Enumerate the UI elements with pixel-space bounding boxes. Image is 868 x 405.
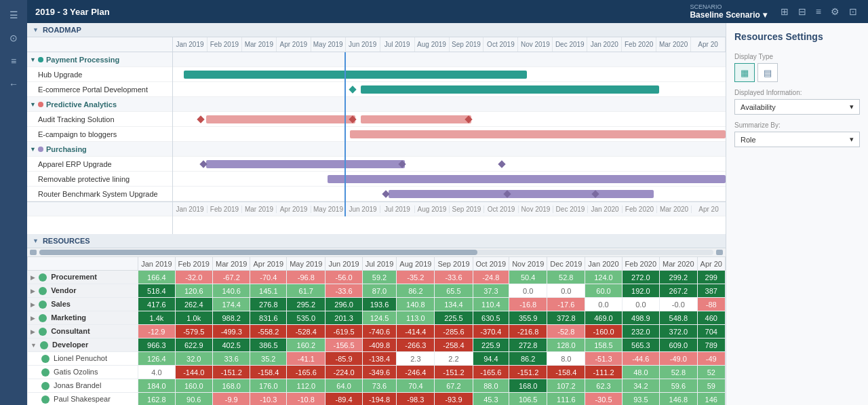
gantt-row-predictive-group [173, 97, 726, 112]
cell-consultant-0: -12.9 [138, 325, 175, 339]
cell-gatis-9: -165.6 [473, 366, 509, 379]
gantt-chart: Jan 2019 Feb 2019 Mar 2019 Apr 2019 May … [173, 37, 726, 234]
cell-consultant-9: -370.4 [473, 325, 509, 339]
cell-jonas-2: 168.0 [212, 379, 250, 393]
row-label-developer[interactable]: ▼ Developer [28, 339, 138, 352]
row-label-procurement[interactable]: ▶ Procurement [28, 271, 138, 284]
col-feb19: Feb 2019 [175, 257, 212, 271]
row-label-consultant[interactable]: ▶ Consultant [28, 325, 138, 339]
topbar-list-icon[interactable]: ≡ [813, 5, 824, 18]
topbar-window-icon[interactable]: ⊡ [846, 5, 860, 18]
cell-sales-0: 417.6 [138, 298, 175, 311]
cell-procurement-10: 50.4 [509, 271, 547, 284]
row-label-jonas: Jonas Brandel [28, 379, 138, 393]
cell-paul-0: 162.8 [138, 393, 175, 406]
cell-lionel-4: -41.1 [287, 352, 326, 366]
cell-paul-14: 146.8 [660, 393, 697, 406]
cell-lionel-1: 32.0 [175, 352, 212, 366]
topbar-grid-icon[interactable]: ⊞ [778, 5, 791, 18]
cell-lionel-2: 33.6 [212, 352, 250, 366]
cell-marketing-9: 630.5 [473, 311, 509, 325]
col-dec19: Dec 2019 [547, 257, 585, 271]
sidebar-view-icon[interactable]: ⊙ [4, 28, 23, 47]
resources-table-wrapper[interactable]: Jan 2019 Feb 2019 Mar 2019 Apr 2019 May … [27, 256, 726, 405]
gantt-label-payment[interactable]: ▼ Payment Processing [27, 52, 172, 67]
cell-vendor-13: 192.0 [622, 284, 659, 298]
cell-lionel-0: 126.4 [138, 352, 175, 366]
cell-gatis-10: -151.2 [509, 366, 547, 379]
cell-jonas-8: 67.2 [435, 379, 473, 393]
col-jul19: Jul 2019 [362, 257, 397, 271]
summarize-value[interactable]: Role ▾ [734, 132, 860, 147]
cell-vendor-14: 267.2 [660, 284, 697, 298]
cell-developer-3: 386.5 [250, 339, 287, 352]
row-label-paul: Paul Shakespear [28, 393, 138, 406]
roadmap-section-header[interactable]: ▼ ROADMAP [27, 23, 726, 37]
cell-gatis-1: -144.0 [175, 366, 212, 379]
sidebar-list-icon[interactable]: ≡ [4, 52, 23, 71]
scroll-left-btn[interactable] [30, 250, 37, 255]
cell-consultant-8: -285.6 [435, 325, 473, 339]
scroll-track[interactable] [39, 250, 713, 255]
cell-vendor-12: 60.0 [585, 284, 622, 298]
table-row: Paul Shakespear 162.890.6-9.9-10.3-10.8-… [28, 393, 726, 406]
cell-jonas-6: 73.6 [362, 379, 397, 393]
col-mar20: Mar 2020 [660, 257, 697, 271]
chart-panel: ▼ ROADMAP ▼ Payment Processing Hub Upgra… [27, 23, 726, 405]
gantt-row-router [173, 187, 726, 201]
cell-sales-5: 296.0 [326, 298, 362, 311]
sidebar-menu-icon[interactable]: ☰ [4, 5, 23, 24]
gantt-label-router: Router Benchmark System Upgrade [27, 187, 172, 201]
main-area: 2019 - 3 Year Plan SCENARIO Baseline Sce… [27, 0, 868, 405]
scroll-right-btn[interactable] [716, 250, 723, 255]
cell-lionel-14: -49.0 [660, 352, 697, 366]
cell-vendor-4: 61.7 [287, 284, 326, 298]
gantt-label-predictive[interactable]: ▼ Predictive Analytics [27, 97, 172, 112]
cell-procurement-15: 299 [697, 271, 725, 284]
resources-table-header: Jan 2019 Feb 2019 Mar 2019 Apr 2019 May … [28, 257, 726, 271]
scenario-value: Baseline Scenario ▾ [690, 10, 766, 20]
display-type-options: ▦ ▤ [734, 63, 860, 82]
resources-section-header[interactable]: ▼ RESOURCES [27, 234, 726, 248]
cell-consultant-10: -216.8 [509, 325, 547, 339]
cell-developer-11: 128.0 [547, 339, 585, 352]
display-chart-btn[interactable]: ▤ [757, 63, 778, 82]
cell-paul-1: 90.6 [175, 393, 212, 406]
cell-gatis-13: 48.0 [622, 366, 659, 379]
cell-developer-6: -409.8 [362, 339, 397, 352]
resources-collapse-icon[interactable]: ▼ [33, 237, 39, 244]
cell-consultant-3: -558.2 [250, 325, 287, 339]
cell-gatis-3: -158.4 [250, 366, 287, 379]
cell-procurement-13: 272.0 [622, 271, 659, 284]
display-table-btn[interactable]: ▦ [734, 63, 755, 82]
cell-vendor-11: 0.0 [547, 284, 585, 298]
cell-marketing-15: 460 [697, 311, 725, 325]
cell-paul-13: 93.5 [622, 393, 659, 406]
gantt-label-hub: Hub Upgrade [27, 67, 172, 82]
cell-marketing-4: 535.0 [287, 311, 326, 325]
row-label-sales[interactable]: ▶ Sales [28, 298, 138, 311]
topbar-edit-icon[interactable]: ⊟ [795, 5, 809, 18]
row-label-gatis: Gatis Ozolins [28, 366, 138, 379]
cell-consultant-11: -52.8 [547, 325, 585, 339]
scenario-selector[interactable]: SCENARIO Baseline Scenario ▾ [690, 3, 766, 20]
cell-jonas-10: 168.0 [509, 379, 547, 393]
gantt-label-removable: Removable protective lining [27, 172, 172, 187]
table-row: ▶ Consultant -12.9-579.5-499.3-558.2-528… [28, 325, 726, 339]
resources-table: Jan 2019 Feb 2019 Mar 2019 Apr 2019 May … [27, 256, 726, 405]
summarize-label: Summarize By: [734, 121, 860, 129]
displayed-info-value[interactable]: Availability ▾ [734, 99, 860, 115]
roadmap-collapse-icon[interactable]: ▼ [33, 26, 39, 33]
sidebar-back-icon[interactable]: ← [4, 75, 23, 94]
table-row: ▶ Vendor 518.4120.6140.6145.161.7-33.687… [28, 284, 726, 298]
scroll-thumb[interactable] [39, 250, 477, 255]
cell-consultant-15: 704 [697, 325, 725, 339]
col-sep19: Sep 2019 [435, 257, 473, 271]
gantt-month-header: Jan 2019 Feb 2019 Mar 2019 Apr 2019 May … [173, 37, 726, 52]
cell-marketing-8: 225.5 [435, 311, 473, 325]
topbar-settings-icon[interactable]: ⚙ [828, 5, 842, 18]
row-label-marketing[interactable]: ▶ Marketing [28, 311, 138, 325]
row-label-vendor[interactable]: ▶ Vendor [28, 284, 138, 298]
roadmap-title: ROADMAP [43, 26, 81, 34]
gantt-label-purchasing[interactable]: ▼ Purchasing [27, 142, 172, 157]
